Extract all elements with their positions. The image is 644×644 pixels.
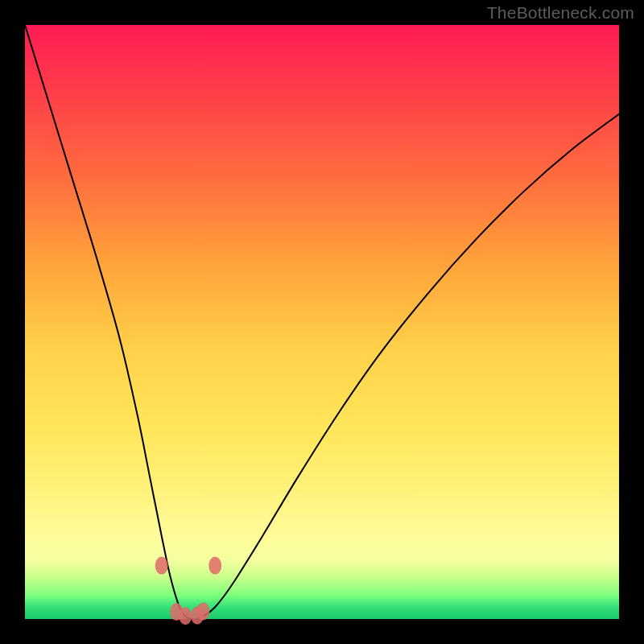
watermark-text: TheBottleneck.com	[487, 3, 634, 23]
curve-marker	[155, 557, 168, 575]
marker-group	[155, 557, 222, 625]
curve-path	[25, 25, 619, 619]
bottleneck-curve	[25, 25, 619, 619]
curve-marker	[179, 607, 192, 625]
chart-frame: TheBottleneck.com	[0, 0, 644, 644]
plot-area	[25, 25, 619, 619]
curve-marker	[208, 557, 221, 575]
curve-marker	[196, 602, 209, 620]
